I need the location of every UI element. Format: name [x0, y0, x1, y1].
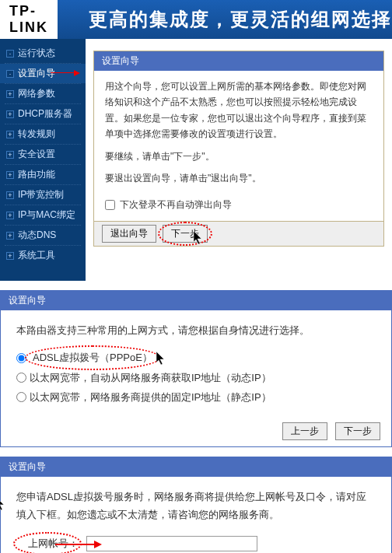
wizard-exit-text: 要退出设置向导，请单击"退出向导"。: [105, 170, 373, 186]
radio-pppoe-input[interactable]: [16, 353, 26, 363]
radio-dynamic-ip-input[interactable]: [16, 373, 26, 383]
expand-icon: +: [6, 131, 14, 138]
radio-label: 以太网宽带，网络服务商提供的固定IP地址（静态IP）: [30, 388, 271, 406]
radio-static-ip[interactable]: 以太网宽带，网络服务商提供的固定IP地址（静态IP）: [16, 388, 376, 406]
wizard-continue-text: 要继续，请单击"下一步"。: [105, 149, 373, 164]
logo: TP-LINK: [0, 0, 58, 39]
expand-icon: +: [6, 232, 14, 240]
wizard-title: 设置向导: [94, 51, 383, 71]
section-title: 设置向导: [1, 291, 391, 310]
wizard-btn-row: 退出向导 下一步: [94, 221, 383, 246]
annotation-circle: ADSL虚拟拨号（PPPoE）: [30, 348, 156, 366]
main-panel: 设置向导 用这个向导，您可以设置上网所需的基本网络参数。即使您对网络知识和这个产…: [86, 39, 392, 281]
radio-dynamic-ip[interactable]: 以太网宽带，自动从网络服务商获取IP地址（动态IP）: [16, 369, 376, 387]
annotation-arrow-icon: [74, 70, 80, 76]
header: TP-LINK 更高的集成度，更灵活的组网选择: [0, 0, 392, 39]
account-input[interactable]: [86, 536, 257, 551]
section-title: 设置向导: [1, 457, 391, 477]
expand-icon: +: [6, 90, 14, 98]
expand-icon: +: [6, 151, 14, 159]
prev-button[interactable]: 上一步: [282, 422, 327, 440]
sidebar-item-status[interactable]: ·运行状态: [0, 44, 86, 63]
sidebar-item-dhcp[interactable]: +DHCP服务器: [0, 104, 86, 124]
next-button[interactable]: 下一步: [335, 422, 380, 440]
cursor-icon: [0, 497, 7, 511]
expand-icon: +: [6, 110, 14, 118]
wizard-section-credentials: 设置向导 您申请ADSL虚拟拨号服务时，网络服务商将提供给您上网帐号及口令，请对…: [0, 457, 392, 553]
banner-text: 更高的集成度，更灵活的组网选择: [89, 7, 392, 32]
main-row: ·运行状态 ·设置向导 +网络参数 +DHCP服务器 +转发规则 +安全设置 +…: [0, 39, 392, 281]
sidebar-item-routing[interactable]: +路由功能: [0, 165, 86, 184]
wizard-section-connection-type: 设置向导 本路由器支持三种常用的上网方式，请您根据自身情况进行选择。 ADSL虚…: [0, 290, 392, 447]
radio-pppoe[interactable]: ADSL虚拟拨号（PPPoE）: [16, 348, 376, 366]
expand-icon: ·: [6, 50, 14, 58]
cursor-icon: [194, 231, 205, 245]
auto-popup-checkbox[interactable]: [105, 200, 115, 210]
expand-icon: +: [6, 212, 14, 219]
account-row: 上网帐号：: [16, 534, 376, 552]
wizard-intro: 用这个向导，您可以设置上网所需的基本网络参数。即使您对网络知识和这个产品不太熟悉…: [105, 79, 373, 142]
annotation-arrow-icon: [94, 541, 102, 548]
expand-icon: +: [6, 191, 14, 199]
sidebar-item-ddns[interactable]: +动态DNS: [0, 226, 86, 245]
expand-icon: +: [6, 252, 14, 260]
section-body: 您申请ADSL虚拟拨号服务时，网络服务商将提供给您上网帐号及口令，请对应填入下框…: [1, 477, 391, 553]
radio-label: ADSL虚拟拨号（PPPoE）: [33, 352, 152, 363]
wizard-box: 设置向导 用这个向导，您可以设置上网所需的基本网络参数。即使您对网络知识和这个产…: [93, 51, 384, 247]
cursor-icon: [156, 352, 167, 366]
sidebar-item-security[interactable]: +安全设置: [0, 145, 86, 164]
sidebar: ·运行状态 ·设置向导 +网络参数 +DHCP服务器 +转发规则 +安全设置 +…: [0, 39, 86, 281]
sidebar-item-system[interactable]: +系统工具: [0, 246, 86, 265]
sidebar-item-wizard[interactable]: ·设置向导: [0, 64, 86, 83]
expand-icon: +: [6, 171, 14, 179]
sidebar-item-bandwidth[interactable]: +IP带宽控制: [0, 185, 86, 205]
section-body: 本路由器支持三种常用的上网方式，请您根据自身情况进行选择。 ADSL虚拟拨号（P…: [1, 310, 391, 419]
section-prompt: 您申请ADSL虚拟拨号服务时，网络服务商将提供给您上网帐号及口令，请对应填入下框…: [16, 488, 376, 524]
sidebar-item-ipmac[interactable]: +IP与MAC绑定: [0, 205, 86, 225]
sidebar-item-network[interactable]: +网络参数: [0, 84, 86, 103]
section-btn-bar: 上一步 下一步: [1, 419, 391, 446]
checkbox-row: 下次登录不再自动弹出向导: [105, 197, 373, 212]
wizard-body: 用这个向导，您可以设置上网所需的基本网络参数。即使您对网络知识和这个产品不太熟悉…: [94, 71, 383, 221]
radio-static-ip-input[interactable]: [16, 392, 26, 402]
exit-wizard-button[interactable]: 退出向导: [102, 225, 156, 243]
checkbox-label: 下次登录不再自动弹出向导: [120, 197, 232, 212]
expand-icon: ·: [6, 70, 14, 78]
section-prompt: 本路由器支持三种常用的上网方式，请您根据自身情况进行选择。: [16, 321, 376, 339]
sidebar-item-forward[interactable]: +转发规则: [0, 124, 86, 144]
radio-label: 以太网宽带，自动从网络服务商获取IP地址（动态IP）: [30, 369, 271, 387]
